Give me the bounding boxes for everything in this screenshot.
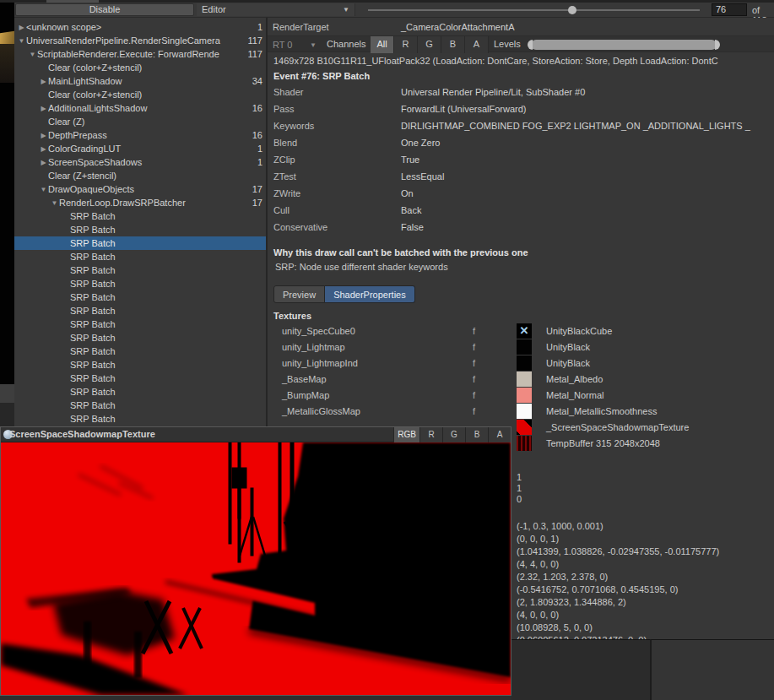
preview-channel-button-b[interactable]: B xyxy=(465,427,488,442)
expand-arrow-icon[interactable]: ▶ xyxy=(17,24,26,31)
tree-row[interactable]: SRP Batch xyxy=(14,250,266,263)
target-dropdown[interactable]: Editor ▼ xyxy=(197,3,355,16)
tree-row-count: 17 xyxy=(251,184,266,194)
tab-preview[interactable]: Preview xyxy=(273,285,325,303)
expand-arrow-icon[interactable]: ▶ xyxy=(39,105,48,112)
detail-tabs: Preview ShaderProperties xyxy=(273,285,774,303)
batch-break-title: Why this draw call can't be batched with… xyxy=(268,247,774,258)
tree-row[interactable]: SRP Batch xyxy=(14,399,266,412)
levels-range-slider[interactable] xyxy=(526,40,722,50)
tree-row[interactable]: ▶MainLightShadow34 xyxy=(14,74,266,88)
tree-row-label: RenderLoop.DrawSRPBatcher xyxy=(59,198,251,208)
tree-row-label: SRP Batch xyxy=(70,414,261,424)
tree-row[interactable]: SRP Batch xyxy=(14,277,266,290)
tree-row[interactable]: SRP Batch xyxy=(14,385,266,399)
tree-row-label: Clear (color+Z+stencil) xyxy=(48,62,261,73)
tab-shader-properties[interactable]: ShaderProperties xyxy=(325,285,415,303)
channel-button-a[interactable]: A xyxy=(465,36,489,53)
expand-arrow-icon[interactable]: ▼ xyxy=(17,37,26,45)
vector-value: (4, 4, 0, 0) xyxy=(517,558,719,571)
vector-value: (10.08928, 5, 0, 0) xyxy=(517,621,719,634)
tree-row[interactable]: ▶DepthPrepass16 xyxy=(14,128,266,142)
levels-max-handle[interactable] xyxy=(715,40,720,50)
texture-row[interactable]: unity_LightmapfUnityBlack xyxy=(268,339,774,355)
tree-row[interactable]: Clear (Z+stencil) xyxy=(14,169,266,182)
tree-row[interactable]: SRP Batch xyxy=(14,263,266,277)
channel-button-g[interactable]: G xyxy=(418,36,441,53)
tree-row[interactable]: Clear (Z) xyxy=(14,115,266,128)
shader-properties: ShaderUniversal Render Pipeline/Lit, Sub… xyxy=(268,84,774,236)
surface-info: 1469x728 B10G11R11_UFloatPack32 (LoadAct… xyxy=(268,52,774,68)
channel-button-all[interactable]: All xyxy=(371,36,394,53)
tree-row[interactable]: SRP Batch xyxy=(14,412,266,426)
texture-asset-label: UnityBlackCube xyxy=(546,326,612,336)
channel-button-b[interactable]: B xyxy=(441,36,465,53)
texture-type-flag: f xyxy=(473,326,475,336)
rt-index-dropdown[interactable]: RT 0 ▼ xyxy=(271,38,320,52)
tree-row[interactable]: SRP Batch xyxy=(14,317,266,331)
tree-row-label: ScriptableRenderer.Execute: ForwardRende xyxy=(37,49,246,59)
tree-row[interactable]: SRP Batch xyxy=(14,304,266,317)
tree-row[interactable]: ▶<unknown scope>1 xyxy=(14,20,266,34)
tree-row-count: 17 xyxy=(251,198,266,208)
shadowmap-preview-image[interactable] xyxy=(1,442,511,695)
preview-title: ScreenSpaceShadowmapTexture xyxy=(9,429,155,439)
shader-property-row: ZTestLessEqual xyxy=(268,168,774,185)
frame-slider-thumb[interactable] xyxy=(568,6,576,14)
tree-row-label: UniversalRenderPipeline.RenderSingleCame… xyxy=(26,35,246,46)
texture-asset-label: TempBuffer 315 2048x2048 xyxy=(546,438,660,448)
float-value: 1 xyxy=(517,483,522,494)
channels-row: RT 0 ▼ Channels AllRGBA Levels xyxy=(268,35,774,52)
texture-row[interactable]: _MetallicGlossMapfMetal_MetallicSmoothne… xyxy=(268,404,774,420)
tree-row[interactable]: SRP Batch xyxy=(14,223,266,236)
channel-button-r[interactable]: R xyxy=(394,36,418,53)
tree-row-count: 16 xyxy=(251,103,266,113)
property-value: ForwardLit (UniversalForward) xyxy=(401,104,527,114)
tree-row-label: SRP Batch xyxy=(70,387,261,397)
preview-channel-button-g[interactable]: G xyxy=(442,427,465,442)
tree-row-label: Clear (Z) xyxy=(48,117,261,127)
tree-row[interactable]: SRP Batch xyxy=(14,331,266,345)
levels-min-handle[interactable] xyxy=(528,40,533,50)
tree-row[interactable]: SRP Batch xyxy=(14,290,266,304)
tree-row[interactable]: Clear (color+Z+stencil) xyxy=(14,61,266,74)
preview-channel-button-a[interactable]: A xyxy=(488,427,511,442)
texture-thumbnail-tempbuffer xyxy=(517,436,532,451)
tree-row[interactable]: ▶ScreenSpaceShadows1 xyxy=(14,155,266,169)
tree-row[interactable]: SRP Batch xyxy=(14,345,266,358)
tree-row[interactable]: SRP Batch xyxy=(14,358,266,372)
expand-arrow-icon[interactable]: ▼ xyxy=(50,199,59,207)
preview-channel-button-r[interactable]: R xyxy=(419,427,442,442)
disable-button[interactable]: Disable xyxy=(15,3,194,16)
tree-row[interactable]: Clear (color+Z+stencil) xyxy=(14,88,266,101)
shader-property-row: CullBack xyxy=(268,202,774,219)
texture-row[interactable]: _BumpMapfMetal_Normal xyxy=(268,388,774,404)
texture-asset-label: UnityBlack xyxy=(546,342,590,352)
expand-arrow-icon[interactable]: ▶ xyxy=(39,159,48,166)
property-label: Blend xyxy=(273,138,401,148)
texture-row[interactable]: unity_SpecCube0f✕UnityBlackCube xyxy=(268,323,774,339)
tree-row[interactable]: SRP Batch xyxy=(14,236,266,250)
vector-value: (0, 0, 0, 1) xyxy=(517,533,719,545)
tree-row[interactable]: ▼DrawOpaqueObjects17 xyxy=(14,182,266,196)
tree-row[interactable]: ▼ScriptableRenderer.Execute: ForwardRend… xyxy=(14,47,266,61)
tree-row[interactable]: ▼UniversalRenderPipeline.RenderSingleCam… xyxy=(14,34,266,47)
expand-arrow-icon[interactable]: ▼ xyxy=(39,186,48,193)
expand-arrow-icon[interactable]: ▶ xyxy=(39,145,48,153)
expand-arrow-icon[interactable]: ▼ xyxy=(28,51,37,58)
texture-row[interactable]: unity_LightmapIndfUnityBlack xyxy=(268,355,774,372)
chevron-down-icon: ▼ xyxy=(310,39,317,52)
shader-property-row: ShaderUniversal Render Pipeline/Lit, Sub… xyxy=(268,84,774,100)
frame-number-field[interactable]: 76 xyxy=(712,3,747,16)
expand-arrow-icon[interactable]: ▶ xyxy=(39,132,48,139)
texture-row[interactable]: _BaseMapfMetal_Albedo xyxy=(268,372,774,388)
expand-arrow-icon[interactable]: ▶ xyxy=(39,78,48,85)
tree-row[interactable]: ▶ColorGradingLUT1 xyxy=(14,142,266,155)
tree-row[interactable]: ▼RenderLoop.DrawSRPBatcher17 xyxy=(14,196,266,209)
preview-channel-button-rgb[interactable]: RGB xyxy=(393,427,419,442)
tree-row[interactable]: ▶AdditionalLightsShadow16 xyxy=(14,101,266,115)
texture-property-name: unity_LightmapInd xyxy=(282,358,358,368)
frame-slider[interactable] xyxy=(363,3,705,17)
tree-row[interactable]: SRP Batch xyxy=(14,372,266,385)
tree-row[interactable]: SRP Batch xyxy=(14,209,266,223)
